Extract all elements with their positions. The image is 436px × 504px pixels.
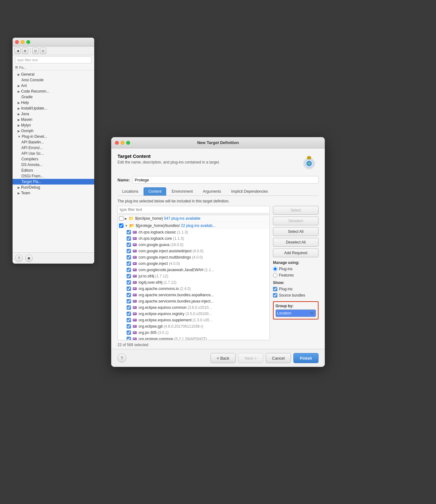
plugin-icon-3: [132, 242, 137, 247]
content-title: Target Content: [117, 153, 220, 159]
checkbox-protege-common[interactable]: [127, 337, 131, 340]
checkbox-jul[interactable]: [127, 274, 131, 278]
help-button[interactable]: ?: [117, 354, 126, 362]
checkbox-equinox-common[interactable]: [127, 305, 131, 310]
tree-item-editors[interactable]: Editors: [13, 168, 94, 173]
plugin-item-equinox-common: org.eclipse.equinox.common (3.6.0.v2010.…: [118, 304, 270, 311]
ide-help-button[interactable]: ?: [15, 255, 23, 262]
plugin-item-jsr305: org.jsr-305 (3.0.1): [118, 330, 270, 336]
tree-item-install[interactable]: ▶Install/Update...: [13, 105, 94, 111]
tree-item-team[interactable]: ▶Team: [13, 190, 94, 196]
tree-item-code[interactable]: ▶Code Recomm...: [13, 88, 94, 94]
plugin-icon-6: [132, 261, 137, 266]
show-plugins-label: Plug-ins: [279, 287, 292, 291]
radio-features-input[interactable]: [273, 273, 277, 277]
cancel-button[interactable]: Cancel: [266, 353, 291, 363]
tree-item-general[interactable]: ▶General: [13, 72, 94, 77]
checkbox-jgit[interactable]: [127, 324, 131, 329]
group-eclipse-home-checkbox[interactable]: [119, 216, 123, 221]
tree-item-plugin-devel[interactable]: ▼Plug-in Devel...: [13, 134, 94, 139]
checkbox-log4j[interactable]: [127, 280, 131, 285]
tab-description: The plug-ins selected below will be incl…: [117, 199, 319, 203]
plugin-name-jul: jul.to.slf4j (1.7.12): [139, 274, 168, 278]
ide-back-button[interactable]: ◀: [14, 48, 21, 54]
tab-arguments[interactable]: Arguments: [198, 187, 226, 196]
checkbox-assistedinject[interactable]: [127, 249, 131, 253]
filter-input[interactable]: [117, 206, 270, 213]
select-button[interactable]: Select: [273, 206, 319, 215]
show-plugins-row: Plug-ins: [273, 287, 319, 291]
checkbox-equinox-supplement[interactable]: [127, 318, 131, 322]
checkbox-jsr305[interactable]: [127, 330, 131, 335]
ide-close-dot[interactable]: [15, 40, 19, 44]
ide-stop-button[interactable]: ■: [25, 255, 33, 262]
ide-view-button[interactable]: ⊞: [22, 48, 28, 54]
checkbox-guava[interactable]: [127, 243, 131, 247]
ide-nav2-button[interactable]: ⊡: [40, 48, 46, 54]
finish-button[interactable]: Finish: [293, 353, 319, 363]
back-button[interactable]: < Back: [210, 353, 236, 363]
deselect-all-button[interactable]: Deselect All: [273, 238, 319, 247]
group-protege-home-checkbox[interactable]: [119, 223, 123, 228]
checkbox-logback-classic[interactable]: [127, 230, 131, 234]
svg-rect-15: [133, 244, 137, 246]
tree-item-api-errors[interactable]: API Errors/...: [13, 145, 94, 151]
tab-locations[interactable]: Locations: [117, 187, 143, 196]
show-source-checkbox[interactable]: [273, 293, 277, 298]
group-by-select[interactable]: Location Plug-in ID None: [275, 309, 316, 317]
checkbox-equinox-registry[interactable]: [127, 312, 131, 316]
ide-section-label: Pa...: [19, 66, 26, 69]
checkbox-multibindings[interactable]: [127, 255, 131, 260]
tree-item-ansi[interactable]: Ansi Console: [13, 77, 94, 83]
ide-maximize-dot[interactable]: [26, 40, 30, 44]
tree-item-rundebug[interactable]: ▶Run/Debug: [13, 185, 94, 190]
tab-implicit[interactable]: Implicit Dependencies: [226, 187, 273, 196]
show-plugins-checkbox[interactable]: [273, 287, 277, 291]
tree-item-api-use[interactable]: API Use Sc...: [13, 151, 94, 156]
svg-rect-37: [134, 288, 135, 289]
plugin-name-equinox-supplement: org.eclipse.equinox.supplement (1.3.0.v2…: [139, 318, 212, 322]
checkbox-javax-inject[interactable]: [127, 299, 131, 303]
name-input[interactable]: [133, 176, 319, 184]
group-eclipse-home-header[interactable]: ▶ 📁 ${eclipse_home} 547 plug-ins availab…: [118, 215, 270, 222]
tree-item-ds[interactable]: DS Annota...: [13, 162, 94, 168]
tree-item-mylyn[interactable]: ▶Mylyn: [13, 122, 94, 128]
tab-environment[interactable]: Environment: [167, 187, 197, 196]
plugin-list[interactable]: ▶ 📁 ${eclipse_home} 547 plug-ins availab…: [117, 215, 270, 340]
tree-item-api-baseline[interactable]: API Baselin...: [13, 139, 94, 145]
dialog-minimize-dot[interactable]: [121, 141, 124, 145]
tree-item-osgi[interactable]: OSGi Fram...: [13, 173, 94, 179]
svg-rect-25: [134, 263, 135, 264]
tree-item-help[interactable]: ▶Help: [13, 100, 94, 105]
ide-filter-input[interactable]: type filter text: [15, 56, 92, 63]
next-button[interactable]: Next >: [238, 353, 263, 363]
plugin-name-multibindings: com.google.inject.multibindings (4.0.0): [139, 255, 203, 260]
tree-item-java[interactable]: ▶Java: [13, 111, 94, 117]
plugin-name-guava: com.google.guava (18.0.0): [139, 243, 183, 247]
ide-nav-button[interactable]: ⊡: [32, 48, 39, 54]
ide-minimize-dot[interactable]: [21, 40, 25, 44]
tree-item-ant[interactable]: ▶Ant: [13, 83, 94, 88]
tree-item-maven[interactable]: ▶Maven: [13, 117, 94, 122]
folder-icon: 📁: [128, 216, 134, 221]
tree-item-target[interactable]: Target Pla...: [13, 179, 94, 185]
deselect-button[interactable]: Deselect: [273, 217, 319, 225]
checkbox-aopalliance[interactable]: [127, 293, 131, 297]
dialog-close-dot[interactable]: [115, 141, 119, 145]
group-protege-home-header[interactable]: ▼ 📂 ${protege_home}/bundles/ 22 plug-ins…: [118, 222, 270, 229]
plugin-name-assistedinject: com.google.inject.assistedinject (4.0.0): [139, 249, 204, 253]
dialog-maximize-dot[interactable]: [126, 141, 130, 145]
checkbox-inject[interactable]: [127, 261, 131, 266]
svg-rect-36: [133, 287, 137, 290]
tree-item-gradle[interactable]: Gradle: [13, 94, 94, 100]
checkbox-commons-io[interactable]: [127, 287, 131, 291]
tree-item-oomph[interactable]: ▶Oomph: [13, 128, 94, 134]
dialog-titlebar: New Target Definition: [111, 137, 325, 148]
add-required-button[interactable]: Add Required: [273, 249, 319, 257]
radio-plugins-input[interactable]: [273, 267, 277, 271]
select-all-button[interactable]: Select All: [273, 227, 319, 236]
checkbox-javaewah[interactable]: [127, 268, 131, 272]
tree-item-compilers[interactable]: Compilers: [13, 156, 94, 162]
tab-content[interactable]: Content: [144, 187, 166, 196]
checkbox-logback-core[interactable]: [127, 236, 131, 241]
